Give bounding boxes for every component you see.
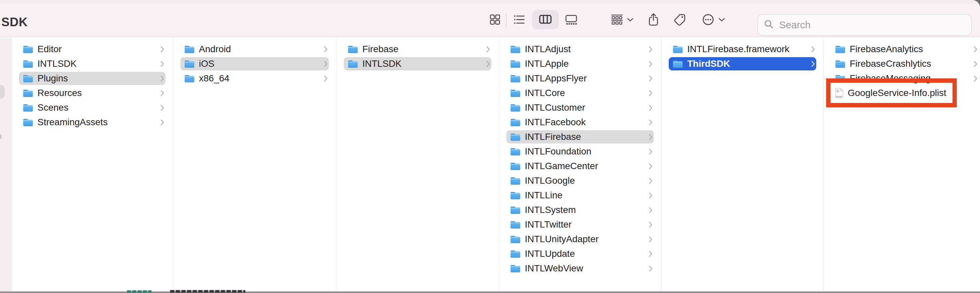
folder-icon bbox=[510, 162, 521, 170]
folder-row[interactable]: INTLGameCenter bbox=[499, 159, 661, 173]
folder-icon bbox=[510, 206, 521, 214]
cropped-content-fragment bbox=[127, 290, 151, 293]
grid-view-icon bbox=[489, 14, 501, 27]
file-label: INTLLine bbox=[525, 190, 563, 201]
folder-row[interactable]: INTLAppsFlyer bbox=[499, 71, 661, 86]
folder-icon bbox=[510, 220, 521, 229]
folder-row[interactable]: INTLCustomer bbox=[499, 100, 661, 115]
folder-row[interactable]: INTLFirebase.framework bbox=[662, 42, 824, 56]
file-label: Plugins bbox=[37, 73, 68, 84]
window-title: SDK bbox=[1, 15, 28, 29]
chevron-right-icon bbox=[649, 90, 652, 98]
chevron-right-icon bbox=[974, 75, 977, 83]
folder-row[interactable]: INTLFacebook bbox=[499, 115, 661, 130]
chevron-down-icon bbox=[718, 17, 725, 23]
folder-icon bbox=[835, 59, 846, 68]
folder-row[interactable]: Firebase bbox=[337, 42, 499, 56]
chevron-right-icon bbox=[649, 163, 652, 171]
folder-row[interactable]: x86_64 bbox=[173, 71, 336, 86]
chevron-right-icon bbox=[649, 75, 652, 83]
folder-row[interactable]: StreamingAssets bbox=[12, 115, 173, 130]
file-label: INTLTwitter bbox=[525, 219, 571, 230]
sidebar-chevron-fragment bbox=[0, 134, 2, 139]
toolbar-divider bbox=[506, 13, 507, 27]
finder-window: SDK bbox=[0, 0, 980, 291]
chevron-right-icon bbox=[161, 46, 164, 54]
file-label: INTLFirebase.framework bbox=[687, 44, 789, 54]
finder-column: FirebaseINTLSDK bbox=[337, 38, 499, 291]
view-mode-list-view-button[interactable] bbox=[509, 11, 529, 29]
folder-row[interactable]: INTLCore bbox=[499, 86, 661, 100]
file-label: INTLCustomer bbox=[525, 102, 585, 113]
file-label: INTLSDK bbox=[37, 58, 76, 69]
view-mode-column-view-button[interactable] bbox=[532, 10, 558, 29]
folder-row[interactable]: INTLSDK bbox=[12, 56, 173, 71]
folder-icon bbox=[510, 45, 521, 53]
file-label: StreamingAssets bbox=[37, 117, 108, 128]
folder-row[interactable]: INTLSDK bbox=[337, 56, 499, 71]
folder-row[interactable]: INTLFoundation bbox=[499, 144, 661, 159]
folder-icon bbox=[835, 45, 846, 53]
file-label: INTLFirebase bbox=[525, 131, 581, 142]
folder-row[interactable]: INTLSystem bbox=[499, 203, 661, 217]
folder-icon bbox=[347, 59, 358, 68]
folder-row[interactable]: Android bbox=[173, 42, 336, 56]
file-label: Resources bbox=[37, 88, 82, 98]
file-label: Editor bbox=[37, 44, 62, 54]
group-by-button[interactable] bbox=[611, 11, 634, 29]
folder-icon bbox=[672, 45, 683, 53]
chevron-right-icon bbox=[161, 90, 164, 98]
folder-row[interactable]: INTLApple bbox=[499, 56, 661, 71]
chevron-right-icon bbox=[161, 105, 164, 112]
view-mode-icon-view-button[interactable] bbox=[485, 11, 504, 29]
folder-row[interactable]: Scenes bbox=[12, 100, 173, 115]
sidebar-selection-remnant bbox=[0, 85, 5, 99]
annotation-highlight-rect bbox=[826, 78, 957, 107]
tag-button[interactable] bbox=[674, 11, 687, 29]
folder-row[interactable]: FirebaseAnalytics bbox=[824, 42, 980, 56]
chevron-right-icon bbox=[324, 75, 328, 83]
search-input[interactable] bbox=[778, 19, 966, 31]
folder-icon bbox=[510, 74, 521, 83]
folder-row[interactable]: INTLUpdate bbox=[499, 247, 661, 261]
folder-row[interactable]: Resources bbox=[12, 86, 173, 100]
folder-row[interactable]: INTLFirebase bbox=[499, 130, 661, 144]
file-label: INTLAdjust bbox=[525, 44, 571, 54]
folder-icon bbox=[510, 191, 521, 200]
gallery-view-icon bbox=[565, 14, 578, 27]
folder-row[interactable]: INTLLine bbox=[499, 188, 661, 203]
finder-column: FirebaseAnalyticsFirebaseCrashlyticsFire… bbox=[824, 38, 980, 291]
folder-row[interactable]: Editor bbox=[12, 42, 173, 56]
folder-row[interactable]: Plugins bbox=[12, 71, 173, 86]
folder-row[interactable]: INTLUnityAdapter bbox=[499, 232, 661, 247]
folder-row[interactable]: INTLAdjust bbox=[499, 42, 661, 56]
folder-icon bbox=[22, 59, 33, 68]
folder-row[interactable]: iOS bbox=[173, 56, 336, 71]
chevron-right-icon bbox=[649, 266, 652, 273]
chevron-right-icon bbox=[649, 149, 652, 156]
file-label: Android bbox=[199, 44, 231, 54]
finder-column: INTLFirebase.frameworkThirdSDK bbox=[662, 38, 824, 291]
file-label: INTLGoogle bbox=[525, 175, 575, 186]
chevron-right-icon bbox=[649, 251, 652, 258]
chevron-right-icon bbox=[811, 61, 815, 69]
search-field[interactable] bbox=[757, 14, 972, 36]
folder-row[interactable]: INTLWebView bbox=[499, 261, 661, 276]
folder-icon bbox=[22, 103, 33, 112]
folder-icon bbox=[510, 103, 521, 112]
folder-row[interactable]: FirebaseCrashlytics bbox=[824, 56, 980, 71]
folder-row[interactable]: INTLTwitter bbox=[499, 217, 661, 232]
chevron-down-icon bbox=[627, 17, 634, 23]
folder-row[interactable]: ThirdSDK bbox=[662, 56, 824, 71]
more-actions-button[interactable] bbox=[702, 11, 725, 29]
file-label: iOS bbox=[199, 58, 215, 69]
share-button[interactable] bbox=[647, 11, 660, 29]
chevron-right-icon bbox=[649, 207, 652, 215]
chevron-right-icon bbox=[974, 61, 977, 69]
chevron-right-icon bbox=[324, 61, 328, 69]
folder-icon bbox=[184, 45, 195, 53]
column-browser: EditorINTLSDKPluginsResourcesScenesStrea… bbox=[0, 38, 980, 291]
view-mode-gallery-view-button[interactable] bbox=[562, 11, 581, 29]
folder-row[interactable]: INTLGoogle bbox=[499, 173, 661, 188]
file-label: INTLSDK bbox=[362, 58, 401, 69]
